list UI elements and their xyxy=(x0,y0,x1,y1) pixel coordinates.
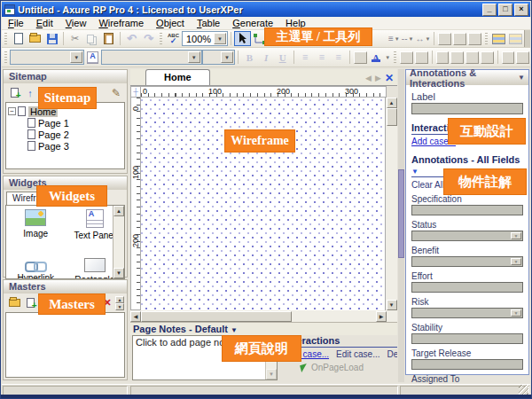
font-color-dropdown[interactable]: ▼ xyxy=(384,50,391,65)
risk-select[interactable]: ▼ xyxy=(411,308,523,318)
widgets-scrollbar[interactable]: ▲ ▼ xyxy=(113,206,124,278)
benefit-select[interactable]: ▼ xyxy=(411,256,523,267)
paste-button[interactable] xyxy=(100,31,117,46)
font-props-button[interactable] xyxy=(84,50,101,65)
pointer-tool-button[interactable] xyxy=(234,31,251,46)
menu-object[interactable]: Object xyxy=(150,17,191,29)
menu-file[interactable]: File xyxy=(2,17,30,29)
send-back-button[interactable] xyxy=(450,51,464,64)
toolbar-overflow-strip[interactable] xyxy=(524,30,530,47)
font-style-combobox[interactable]: ▼ xyxy=(101,50,202,65)
align-bottom-button[interactable] xyxy=(468,33,481,45)
save-button[interactable] xyxy=(43,31,60,46)
tab-home[interactable]: Home xyxy=(145,69,210,85)
masters-list[interactable] xyxy=(5,312,125,378)
dropdown-icon[interactable]: ▼ xyxy=(518,74,525,82)
table-insert-button[interactable] xyxy=(507,31,524,46)
font-size-combobox[interactable]: ▼ xyxy=(202,50,235,65)
target-release-input[interactable] xyxy=(411,359,523,370)
align-middle-button[interactable] xyxy=(453,33,466,45)
align-right-button[interactable]: ≡ xyxy=(330,50,347,65)
copy-button[interactable] xyxy=(83,31,100,46)
tree-item-page1[interactable]: Page 1 xyxy=(8,117,122,129)
open-master-button[interactable] xyxy=(6,296,22,310)
font-color-button[interactable]: A xyxy=(368,50,385,65)
widget-image[interactable]: Image xyxy=(10,209,61,255)
close-tab-icon[interactable]: ✕ xyxy=(385,72,394,84)
close-button[interactable]: × xyxy=(514,4,528,16)
bold-button[interactable]: B xyxy=(241,50,258,65)
page-notes-header[interactable]: Page Notes - Default ▼ xyxy=(130,322,397,335)
ungroup-button[interactable] xyxy=(415,51,428,64)
menu-view[interactable]: View xyxy=(59,17,93,29)
prev-tab-icon[interactable]: ◀ xyxy=(365,74,372,82)
specification-input[interactable] xyxy=(411,205,523,215)
dropdown-icon[interactable]: ▼ xyxy=(231,326,238,334)
bullet-list-button[interactable] xyxy=(354,51,367,64)
minimize-button[interactable]: _ xyxy=(482,4,497,16)
dropdown-icon[interactable]: ▼ xyxy=(411,168,419,176)
zoom-combobox[interactable]: 100% ▼ xyxy=(182,31,228,46)
widget-hyperlink[interactable]: Hyperlink xyxy=(10,255,61,279)
collapse-icon[interactable]: − xyxy=(8,107,16,115)
tree-item-page2[interactable]: Page 2 xyxy=(8,129,122,140)
resize-grip[interactable] xyxy=(519,385,528,395)
scroll-right-icon[interactable]: ▶ xyxy=(376,311,387,322)
scroll-down-icon[interactable]: ▼ xyxy=(113,268,124,278)
canvas-horizontal-scrollbar[interactable]: ◀ ▶ xyxy=(130,310,397,322)
select-arrow-icon[interactable]: ▼ xyxy=(511,232,521,239)
select-arrow-icon[interactable]: ▼ xyxy=(511,309,521,317)
scroll-up-icon[interactable]: ▲ xyxy=(113,206,124,216)
menu-wireframe[interactable]: Wireframe xyxy=(92,17,150,29)
stability-input[interactable] xyxy=(411,333,523,344)
table-button[interactable] xyxy=(490,31,507,46)
chevron-up-icon[interactable]: ▲ xyxy=(115,296,124,303)
spellcheck-button[interactable]: ABC ✓ xyxy=(165,31,182,46)
scroll-up-icon[interactable]: ▲ xyxy=(387,98,397,108)
font-family-combobox[interactable]: ▼ xyxy=(10,50,84,65)
menu-edit[interactable]: Edit xyxy=(30,17,59,29)
align-center-button[interactable]: ≡ xyxy=(314,50,331,65)
select-arrow-icon[interactable]: ▼ xyxy=(511,258,521,265)
line-style-dropdown[interactable]: --▼ xyxy=(401,31,415,46)
undo-button[interactable]: ↶ xyxy=(123,31,140,46)
scrollbar-thumb[interactable] xyxy=(141,311,292,322)
cut-button[interactable]: ✂ xyxy=(66,31,83,46)
right-panel-scrollbar[interactable] xyxy=(398,69,404,382)
redo-button[interactable]: ↷ xyxy=(140,31,157,46)
rotate-right-button[interactable] xyxy=(516,51,529,64)
edit-case-link[interactable]: Edit case... xyxy=(336,349,379,359)
group-button[interactable] xyxy=(400,51,413,64)
menu-table[interactable]: Table xyxy=(191,17,226,29)
arrow-style-dropdown[interactable]: ↔▼ xyxy=(414,31,431,46)
masters-overflow[interactable]: ▲ ▼ xyxy=(115,296,124,310)
add-page-button[interactable] xyxy=(6,86,22,100)
maximize-button[interactable]: □ xyxy=(498,4,512,16)
scroll-down-icon[interactable]: ▼ xyxy=(387,300,397,310)
send-backward-button[interactable] xyxy=(481,51,494,64)
tree-item-page3[interactable]: Page 3 xyxy=(8,140,122,152)
combo-arrow-icon[interactable]: ▼ xyxy=(214,33,226,44)
scroll-left-icon[interactable]: ◀ xyxy=(130,311,141,322)
italic-button[interactable]: I xyxy=(258,50,275,65)
annotations-panel-header[interactable]: Annotations & Interactions ▼ xyxy=(406,70,528,85)
effort-input[interactable] xyxy=(411,282,523,293)
next-tab-icon[interactable]: ▶ xyxy=(375,74,381,82)
line-weight-dropdown[interactable]: ≡▼ xyxy=(387,31,401,46)
align-top-button[interactable] xyxy=(438,33,451,45)
scrollbar-thumb[interactable] xyxy=(387,108,397,126)
delete-case-link[interactable]: Delete case... xyxy=(387,349,398,359)
scroll-down-icon[interactable]: ▼ xyxy=(266,369,277,379)
chevron-down-icon[interactable]: ▼ xyxy=(115,303,124,310)
align-left-button[interactable]: ≡ xyxy=(297,50,314,65)
bring-front-button[interactable] xyxy=(436,51,450,64)
label-field-input[interactable] xyxy=(411,103,523,114)
scrollbar-thumb[interactable] xyxy=(398,169,404,258)
onpageload-event[interactable]: OnPageLoad xyxy=(301,363,397,372)
new-button[interactable] xyxy=(10,31,27,46)
canvas-vertical-scrollbar[interactable]: ▲ ▼ xyxy=(386,98,397,310)
open-button[interactable] xyxy=(27,31,43,46)
underline-button[interactable]: U xyxy=(274,50,291,65)
bring-forward-button[interactable] xyxy=(466,51,479,64)
add-master-button[interactable] xyxy=(22,296,38,310)
